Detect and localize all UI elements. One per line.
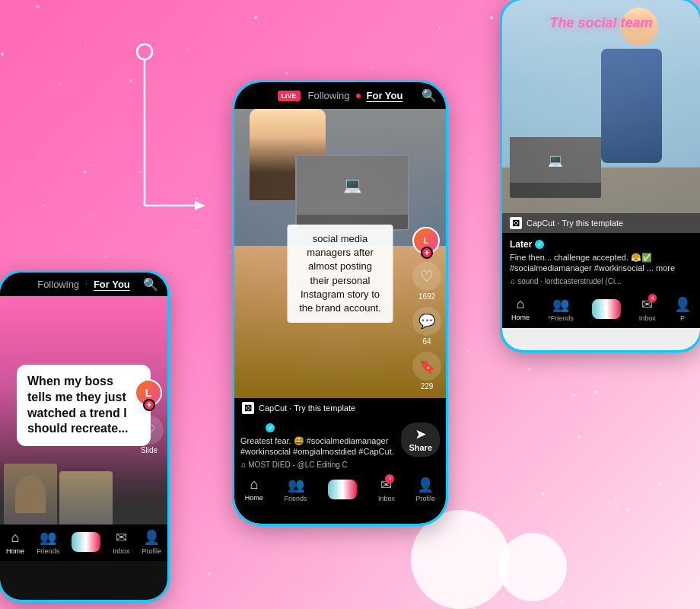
right-capcut-banner[interactable]: ⊠ CapCut · Try this template — [502, 213, 700, 233]
center-phone: LIVE Following For You 🔍 💻 social media … — [234, 82, 446, 524]
center-tab-home[interactable]: ⌂ Home — [245, 477, 263, 502]
center-foryou-tab[interactable]: For You — [367, 90, 403, 101]
svg-point-0 — [137, 44, 152, 59]
left-phone: Following · For You 🔍 When my boss tells… — [0, 273, 167, 600]
left-foryou-tab[interactable]: For You — [94, 279, 130, 290]
center-tab-inbox[interactable]: ✉ 4 Inbox — [378, 477, 395, 502]
right-caption-user: Later ✓ — [510, 239, 692, 250]
center-video-area: 💻 social media managers after almost pos… — [234, 109, 446, 398]
left-following-tab[interactable]: Following — [37, 279, 79, 290]
left-person-thumbnail — [0, 456, 167, 525]
center-bottom-bar: ⌂ Home 👥 Friends + ✉ 4 Inbox 👤 Profile — [234, 472, 446, 509]
right-caption-text: Fine then... challenge accepted. 😤✅ #soc… — [510, 252, 692, 274]
right-tab-inbox[interactable]: ✉ 4 Inbox — [639, 296, 656, 322]
right-laptop: 💻 — [510, 137, 601, 198]
center-comment-btn[interactable]: 💬 64 — [412, 307, 441, 346]
right-person-body — [601, 49, 662, 163]
center-follow-plus[interactable]: + — [421, 247, 433, 259]
right-tab-friends[interactable]: 👥 *Friends — [548, 296, 574, 322]
left-interaction-buttons: L + ♡ Slide — [135, 379, 164, 454]
center-search-icon[interactable]: 🔍 — [422, 88, 437, 103]
right-tab-add[interactable]: + — [592, 299, 621, 319]
right-tab-inbox-wrapper: ✉ 4 Inbox — [639, 296, 656, 322]
right-caption-area: Later ✓ Fine then... challenge accepted.… — [502, 233, 700, 292]
center-share-btn[interactable]: ➤ Share — [401, 422, 440, 457]
right-bottom-bar: ⌂ Home 👥 *Friends + ✉ 4 Inbox 👤 P — [502, 292, 700, 328]
center-caption-content: Later ✓ Greatest fear. 😅 #socialmediaman… — [240, 422, 396, 469]
video-caption-overlay: social media managers after almost posti… — [288, 225, 393, 323]
left-tab-profile[interactable]: 👤 Profile — [142, 529, 161, 555]
right-title-overlay: The social team — [549, 15, 652, 31]
left-dot-sep: · — [85, 280, 88, 289]
center-bookmark-btn[interactable]: 🔖 229 — [412, 352, 441, 391]
center-like-btn[interactable]: ♡ 1692 — [412, 262, 441, 301]
center-caption-row: Later ✓ Greatest fear. 😅 #socialmediaman… — [234, 418, 446, 472]
red-dot — [356, 94, 361, 98]
center-tab-inbox-wrapper: ✉ 4 Inbox — [378, 477, 395, 502]
right-tab-profile[interactable]: 👤 P — [674, 296, 691, 322]
inbox-badge: 4 — [385, 474, 394, 483]
center-phone-header: LIVE Following For You 🔍 — [234, 82, 446, 109]
left-tab-inbox[interactable]: ✉ Inbox — [113, 529, 129, 555]
center-interaction-buttons: L + ♡ 1692 💬 64 🔖 229 — [412, 227, 441, 391]
left-tab-add[interactable]: + — [72, 532, 100, 552]
right-phone: 💻 The social team ⊠ CapCut · Try this te… — [502, 0, 700, 350]
center-capcut-banner[interactable]: ⊠ CapCut · Try this template — [234, 398, 446, 418]
left-bottom-bar: ⌂ Home 👥 Friends + ✉ Inbox 👤 Profile — [0, 525, 167, 561]
center-tab-add[interactable]: + — [328, 480, 357, 499]
right-capcut-icon: ⊠ — [510, 217, 522, 229]
circle-deco-2 — [498, 533, 567, 601]
center-following-tab[interactable]: Following — [308, 90, 350, 101]
left-follow-plus[interactable]: + — [143, 399, 155, 411]
right-inbox-badge: 4 — [648, 294, 657, 302]
center-tab-friends[interactable]: 👥 Friends — [285, 477, 307, 502]
right-video-bg: 💻 The social team — [502, 0, 700, 213]
center-caption-music: ♫ MOST DIED - @LC Editing C — [240, 461, 396, 469]
left-search-icon[interactable]: 🔍 — [143, 277, 158, 292]
svg-marker-3 — [195, 201, 205, 210]
center-tab-profile[interactable]: 👤 Profile — [416, 477, 436, 502]
left-thumbnail-2 — [59, 471, 113, 525]
arrow-decoration — [46, 38, 243, 282]
circle-deco-1 — [411, 510, 510, 609]
right-verified-badge: ✓ — [535, 240, 544, 249]
right-caption-music: ♫ sound · lordtcasterstrudel (Ci... — [510, 277, 692, 285]
speech-bubble: When my boss tells me they just watched … — [17, 365, 151, 446]
left-phone-header: Following · For You 🔍 — [0, 273, 167, 296]
left-tab-friends[interactable]: 👥 Friends — [37, 529, 59, 555]
left-like-btn[interactable]: ♡ Slide — [135, 416, 164, 454]
laptop: 💻 — [295, 155, 409, 231]
left-avatar: L + — [135, 379, 164, 408]
left-tab-home[interactable]: ⌂ Home — [6, 530, 24, 555]
center-avatar: L + — [412, 227, 441, 256]
verified-badge: ✓ — [266, 423, 275, 432]
right-tab-home[interactable]: ⌂ Home — [511, 296, 530, 321]
left-thumbnail — [4, 464, 57, 525]
capcut-icon: ⊠ — [242, 402, 254, 414]
center-caption-user: Later ✓ — [240, 422, 396, 433]
live-badge: LIVE — [278, 91, 301, 101]
center-caption-text: Greatest fear. 😅 #socialmediamanager #wo… — [240, 435, 396, 458]
